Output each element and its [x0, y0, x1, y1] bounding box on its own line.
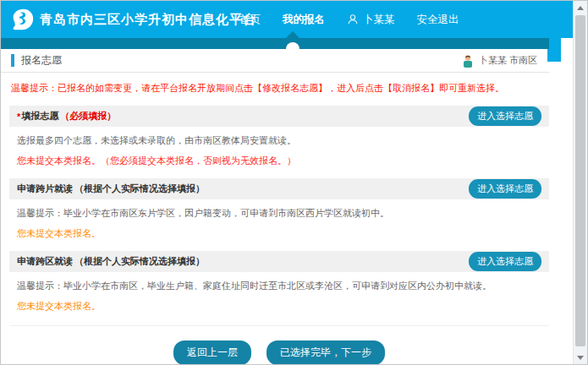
- section-description: 选报最多四个志愿，未选择或未录取的，由市南区教体局安置就读。: [17, 134, 541, 147]
- nav-home[interactable]: 首页: [239, 13, 261, 27]
- header-sub-strip: [1, 38, 549, 49]
- section-status-text: 您未提交本类报名。（您必须提交本类报名，否则视为无效报名。）: [17, 155, 541, 167]
- section-header: 申请跨片就读 （根据个人实际情况选择填报） 进入选择志愿: [9, 178, 549, 199]
- enter-select-preference-button[interactable]: 进入选择志愿: [469, 252, 541, 271]
- enter-select-preference-button[interactable]: 进入选择志愿: [469, 179, 541, 199]
- title-accent-bar: [11, 54, 14, 67]
- section-cross-area: 申请跨片就读 （根据个人实际情况选择填报） 进入选择志愿 温馨提示：毕业小学在市…: [9, 178, 549, 240]
- section-note: （根据个人实际情况选择填报）: [74, 182, 205, 195]
- scrollbar-thumb[interactable]: [575, 15, 585, 346]
- section-header: * 填报志愿 （必须填报） 进入选择志愿: [9, 106, 549, 127]
- section-title: 填报志愿: [21, 110, 58, 123]
- app-title: 青岛市内三区小学升初中信息化平台: [40, 1, 256, 38]
- page-title: 报名志愿: [21, 53, 62, 68]
- section-title: 申请跨区就读: [17, 255, 73, 268]
- back-button[interactable]: 返回上一层: [173, 340, 251, 364]
- scroll-down-button[interactable]: [574, 351, 587, 364]
- section-status-text: 您未提交本类报名。: [17, 300, 541, 313]
- required-star: *: [17, 112, 20, 122]
- platform-logo-icon: [12, 8, 34, 30]
- top-reminder-text: 温馨提示：已报名的如需变更，请在平台报名开放期间点击【修改报名志愿】，进入后点击…: [11, 82, 547, 95]
- person-outline-icon: [347, 14, 359, 25]
- section-note: （根据个人实际情况选择填报）: [74, 255, 205, 268]
- browser-window: 青岛市内三区小学升初中信息化平台 首页 我的报名 卜某某 安全退出: [0, 0, 588, 365]
- action-button-row: 返回上一层 已选择完毕，下一步: [9, 340, 549, 364]
- section-header: 申请跨区就读 （根据个人实际情况选择填报） 进入选择志愿: [9, 251, 549, 272]
- content-divider: [9, 325, 549, 326]
- nav-logout[interactable]: 安全退出: [417, 13, 459, 27]
- page-titlebar: 报名志愿 卜某某 市南区: [1, 49, 549, 73]
- active-nav-caret: [286, 31, 299, 38]
- nav-user[interactable]: 卜某某: [347, 13, 395, 27]
- nav-user-name: 卜某某: [363, 13, 395, 27]
- main-content: 温馨提示：已报名的如需变更，请在平台报名开放期间点击【修改报名志愿】，进入后点击…: [1, 82, 558, 364]
- scroll-up-button[interactable]: [574, 1, 587, 14]
- section-note: （必须填报）: [60, 110, 116, 123]
- scroll-down-icon: [577, 356, 584, 360]
- main-nav: 首页 我的报名 卜某某 安全退出: [239, 1, 459, 38]
- user-info-chip: 卜某某 市南区: [461, 54, 537, 68]
- enter-select-preference-button[interactable]: 进入选择志愿: [469, 106, 541, 126]
- section-title: 申请跨片就读: [17, 182, 73, 195]
- active-nav-notch: [286, 42, 299, 56]
- section-cross-district: 申请跨区就读 （根据个人实际情况选择填报） 进入选择志愿 温馨提示：毕业小学在市…: [9, 251, 549, 313]
- section-description: 温馨提示：毕业小学在市南区，毕业生户籍、家庭住址同时迁至市北区或李沧区，可申请到…: [17, 280, 541, 292]
- nav-my-registration[interactable]: 我的报名: [283, 13, 325, 27]
- avatar-icon: [461, 54, 475, 68]
- section-status-text: 您未提交本类报名。: [17, 227, 541, 240]
- vertical-scrollbar[interactable]: [573, 1, 587, 364]
- next-step-button[interactable]: 已选择完毕，下一步: [267, 340, 385, 364]
- app-header: 青岛市内三区小学升初中信息化平台 首页 我的报名 卜某某 安全退出: [1, 1, 574, 38]
- scroll-up-icon: [577, 6, 584, 10]
- section-fill-preference: * 填报志愿 （必须填报） 进入选择志愿 选报最多四个志愿，未选择或未录取的，由…: [9, 106, 549, 167]
- section-description: 温馨提示：毕业小学在市南区东片学区，因户籍变动，可申请到市南区西片学区就读初中。: [17, 207, 541, 220]
- page-viewport: 青岛市内三区小学升初中信息化平台 首页 我的报名 卜某某 安全退出: [1, 1, 574, 364]
- user-info-text: 卜某某 市南区: [479, 54, 537, 67]
